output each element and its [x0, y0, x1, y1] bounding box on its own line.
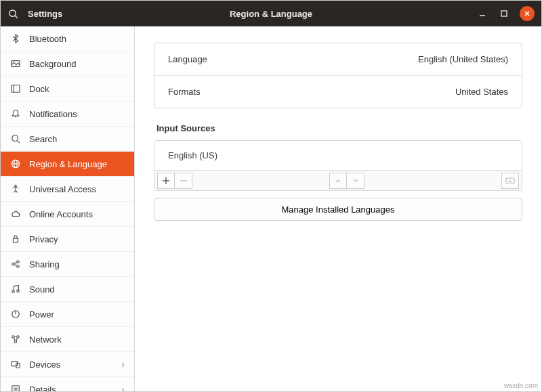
svg-point-0 [9, 9, 15, 16]
sidebar-item-label: Sound [29, 284, 125, 295]
svg-point-9 [12, 135, 18, 141]
svg-rect-29 [16, 363, 20, 368]
sidebar-item-devices[interactable]: Devices › [1, 352, 134, 377]
sidebar-item-sharing[interactable]: Sharing [1, 252, 134, 277]
svg-point-25 [12, 336, 15, 339]
formats-label: Formats [168, 87, 201, 97]
input-sources-list: English (US) [154, 140, 522, 171]
svg-point-16 [12, 263, 15, 265]
formats-value: United States [455, 87, 508, 97]
svg-line-10 [18, 141, 20, 144]
bluetooth-icon [10, 33, 21, 44]
manage-languages-button[interactable]: Manage Installed Languages [154, 198, 522, 221]
sidebar-item-label: Region & Language [29, 159, 125, 169]
sidebar-item-label: Network [29, 334, 125, 345]
language-row[interactable]: Language English (United States) [154, 43, 522, 75]
keyboard-layout-button[interactable] [501, 173, 519, 189]
input-source-item[interactable]: English (US) [154, 141, 522, 170]
sidebar-item-background[interactable]: Background [1, 51, 134, 77]
svg-rect-36 [506, 178, 514, 183]
window-controls [476, 6, 541, 21]
sidebar-item-label: Dock [29, 84, 125, 94]
move-up-button[interactable] [329, 173, 347, 189]
network-icon [10, 334, 21, 345]
input-sources-toolbar [154, 171, 522, 191]
sidebar: Bluetooth Background Dock Notifications … [1, 26, 135, 391]
power-icon [10, 309, 21, 320]
maximize-button[interactable] [498, 7, 510, 20]
input-sources-header: Input Sources [157, 123, 522, 133]
svg-point-26 [17, 336, 20, 339]
sidebar-item-label: Notifications [29, 109, 125, 119]
sidebar-item-label: Privacy [29, 234, 125, 244]
svg-point-17 [17, 261, 20, 263]
devices-icon [10, 359, 21, 370]
sidebar-item-search[interactable]: Search [1, 127, 134, 152]
svg-rect-30 [12, 386, 20, 391]
sidebar-item-label: Details [29, 385, 113, 392]
app-title: Settings [28, 9, 62, 19]
watermark: wsxdn.com [504, 382, 538, 389]
sidebar-item-dock[interactable]: Dock [1, 77, 134, 102]
background-icon [10, 58, 21, 69]
svg-point-22 [17, 290, 20, 292]
formats-row[interactable]: Formats United States [154, 75, 522, 108]
titlebar: Settings Region & Language [1, 1, 541, 26]
cloud-icon [10, 209, 21, 219]
close-button[interactable] [520, 6, 535, 21]
titlebar-left: Settings [1, 8, 62, 19]
sidebar-item-details[interactable]: Details › [1, 377, 134, 391]
move-down-button[interactable] [347, 173, 364, 189]
sidebar-item-label: Sharing [29, 259, 125, 269]
add-input-source-button[interactable] [157, 173, 175, 189]
svg-line-20 [14, 265, 17, 266]
sidebar-item-region-language[interactable]: Region & Language [1, 152, 134, 177]
search-icon[interactable] [7, 8, 18, 19]
svg-rect-3 [501, 11, 507, 16]
lock-icon [10, 234, 21, 244]
sidebar-item-label: Power [29, 309, 125, 320]
bell-icon [10, 108, 21, 119]
content-area: Language English (United States) Formats… [135, 26, 541, 391]
sidebar-item-online-accounts[interactable]: Online Accounts [1, 202, 134, 227]
sidebar-item-label: Universal Access [29, 184, 125, 194]
language-formats-panel: Language English (United States) Formats… [154, 43, 522, 108]
svg-line-19 [14, 262, 17, 263]
sidebar-item-sound[interactable]: Sound [1, 277, 134, 302]
sidebar-item-label: Online Accounts [29, 209, 125, 219]
dock-icon [10, 83, 21, 94]
sidebar-item-power[interactable]: Power [1, 302, 134, 327]
svg-rect-15 [14, 238, 18, 242]
sidebar-item-privacy[interactable]: Privacy [1, 227, 134, 252]
globe-icon [10, 158, 21, 169]
svg-point-14 [15, 185, 17, 187]
language-label: Language [168, 54, 207, 64]
sidebar-item-notifications[interactable]: Notifications [1, 102, 134, 127]
search-icon [10, 133, 21, 144]
sidebar-item-universal-access[interactable]: Universal Access [1, 177, 134, 202]
sidebar-item-bluetooth[interactable]: Bluetooth [1, 26, 134, 51]
svg-point-18 [17, 265, 20, 268]
accessibility-icon [10, 183, 21, 194]
share-icon [10, 259, 21, 269]
svg-line-1 [15, 16, 18, 18]
minimize-button[interactable] [476, 7, 488, 20]
sidebar-item-label: Bluetooth [29, 34, 125, 44]
svg-point-21 [12, 290, 15, 293]
sidebar-item-network[interactable]: Network [1, 327, 134, 352]
page-title: Region & Language [1, 9, 541, 19]
music-icon [10, 284, 21, 295]
details-icon [10, 384, 21, 391]
sidebar-item-label: Background [29, 59, 125, 69]
window-body: Bluetooth Background Dock Notifications … [1, 26, 541, 391]
chevron-right-icon: › [121, 384, 125, 391]
chevron-right-icon: › [121, 359, 125, 370]
language-value: English (United States) [418, 54, 508, 64]
settings-window: Settings Region & Language Bluetooth Bac… [0, 0, 542, 392]
svg-rect-7 [12, 85, 20, 93]
sidebar-item-label: Devices [29, 360, 113, 370]
svg-point-27 [14, 341, 17, 343]
sidebar-item-label: Search [29, 134, 125, 144]
remove-input-source-button[interactable] [175, 173, 192, 189]
